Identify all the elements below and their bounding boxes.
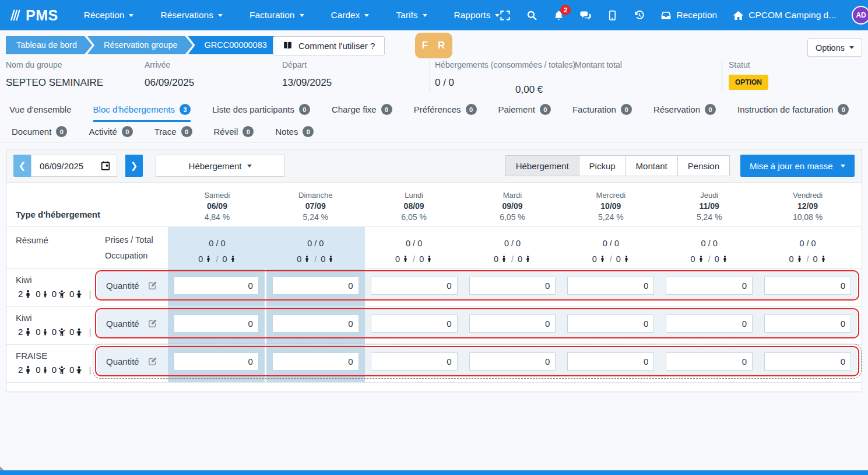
quantity-input[interactable]	[272, 277, 359, 295]
quantity-input[interactable]	[469, 352, 556, 371]
edit-icon[interactable]	[147, 319, 157, 329]
quantity-input[interactable]	[567, 315, 654, 333]
person-icon	[426, 255, 433, 263]
quantity-input[interactable]	[174, 352, 259, 371]
day-column-header: Mercredi10/095,24 %	[561, 183, 660, 226]
language-badge[interactable]: F R	[415, 33, 452, 58]
nav-item-reception[interactable]: Réception	[84, 10, 134, 20]
nav-item-tarifs[interactable]: Tarifs	[396, 10, 427, 20]
occupation-value: 0/0	[789, 251, 826, 267]
chevron-down-icon	[247, 165, 252, 170]
options-button[interactable]: Options	[807, 39, 862, 57]
date-input[interactable]	[40, 161, 100, 171]
tab-label: Activité	[89, 127, 117, 137]
tab-participants-list[interactable]: Liste des participants0	[212, 104, 310, 122]
teen-icon	[58, 328, 66, 336]
app-logo[interactable]: PMS	[9, 7, 58, 24]
quantity-input[interactable]	[469, 277, 556, 295]
tab-label: Préférences	[414, 104, 461, 114]
bell-icon[interactable]: 2	[553, 10, 564, 21]
nav-item-facturation[interactable]: Facturation	[249, 10, 304, 20]
prises-total-label: Prises / Total	[105, 235, 168, 251]
table-header-row: Type d'hébergement Samedi06/094,84 % Dim…	[6, 183, 862, 227]
segment-pension[interactable]: Pension	[677, 155, 730, 176]
tab-count-badge: 0	[181, 126, 192, 137]
segment-montant[interactable]: Montant	[625, 155, 678, 176]
segment-hebergement[interactable]: Hébergement	[505, 155, 579, 176]
nav-item-reservations[interactable]: Réservations	[160, 10, 222, 20]
property-shortcut[interactable]: CPCOM Camping d...	[733, 10, 836, 21]
quantity-input[interactable]	[666, 315, 753, 333]
reception-shortcut[interactable]: Reception	[660, 10, 717, 21]
edit-icon[interactable]	[147, 281, 157, 291]
adult-icon	[24, 365, 32, 374]
quantity-input[interactable]	[764, 277, 851, 295]
chevron-down-icon	[495, 14, 500, 19]
avatar[interactable]: AD	[852, 6, 868, 25]
table-bottom-spacer	[6, 383, 862, 392]
breadcrumb: Tableau de bord Réservation groupe GRCC0…	[6, 36, 282, 54]
quantity-input[interactable]	[371, 315, 458, 333]
history-icon[interactable]	[634, 10, 645, 21]
tab-fixed-charge[interactable]: Charge fixe0	[332, 104, 392, 122]
fullscreen-icon[interactable]	[500, 10, 511, 21]
segment-pickup[interactable]: Pickup	[579, 155, 626, 176]
tab-payment[interactable]: Paiement0	[498, 104, 551, 122]
summary-label: Résumé	[6, 227, 97, 268]
bulk-update-button[interactable]: Mise à jour en masse	[740, 155, 855, 177]
breadcrumb-item-dashboard[interactable]: Tableau de bord	[6, 36, 92, 54]
brand-text: PMS	[26, 7, 58, 24]
accommodation-name: FRAISE	[16, 351, 97, 361]
search-icon[interactable]	[526, 10, 537, 21]
day-column-header: Jeudi11/095,24 %	[660, 183, 758, 226]
quantity-input[interactable]	[371, 352, 458, 371]
chat-icon[interactable]	[580, 10, 591, 21]
quantity-input[interactable]	[272, 315, 359, 333]
tab-count-badge: 0	[540, 104, 551, 115]
baby-icon	[75, 290, 83, 298]
nav-item-cardex[interactable]: Cardex	[331, 10, 370, 20]
inbox-icon	[660, 10, 672, 21]
tab-preferences[interactable]: Préférences0	[414, 104, 477, 122]
quantity-input[interactable]	[567, 277, 654, 295]
help-button[interactable]: Comment l'utiliser ?	[273, 36, 385, 55]
quantity-input[interactable]	[764, 315, 851, 333]
view-select-dropdown[interactable]: Hébergement	[156, 155, 285, 177]
day-column-header: Vendredi12/0910,08 %	[758, 183, 857, 226]
prises-value: 0 / 0	[603, 235, 619, 251]
tab-count-badge: 0	[243, 126, 254, 137]
tab-count-badge: 0	[122, 126, 133, 137]
tab-reservation[interactable]: Réservation0	[653, 104, 716, 122]
quantity-input[interactable]	[174, 315, 259, 333]
quantity-input[interactable]	[469, 315, 556, 333]
tab-billing[interactable]: Facturation0	[572, 104, 632, 122]
quantity-input[interactable]	[371, 277, 458, 295]
status-badge: OPTION	[729, 75, 768, 90]
group-name-value: SEPTEO SEMINAIRE	[6, 77, 103, 89]
accommodation-name-cell: Kiwi 2 0 0 0 |	[6, 307, 97, 344]
nav-item-rapports[interactable]: Rapports	[454, 10, 500, 20]
previous-date-button[interactable]: ❮	[13, 155, 31, 177]
quantity-input[interactable]	[174, 277, 259, 295]
tab-label: Facturation	[572, 104, 616, 114]
calendar-icon[interactable]	[100, 160, 111, 171]
quantity-input[interactable]	[666, 277, 753, 295]
next-date-button[interactable]: ❯	[125, 155, 143, 177]
tablet-icon[interactable]	[607, 10, 618, 21]
view-mode-segments: Hébergement Pickup Montant Pension	[506, 155, 730, 176]
breadcrumb-item-current[interactable]: GRCC00000083	[188, 36, 282, 54]
tab-accommodation-block[interactable]: Bloc d'hébergements3	[93, 104, 191, 122]
tab-overview[interactable]: Vue d'ensemble	[9, 104, 72, 122]
quantity-input[interactable]	[272, 352, 359, 371]
type-header: Type d'hébergement	[6, 183, 168, 226]
quantity-input[interactable]	[567, 352, 654, 371]
pms-app: PMS Réception Réservations Facturation C…	[0, 0, 868, 475]
quantity-input[interactable]	[666, 352, 753, 371]
tab-billing-instruction[interactable]: Instruction de facturation0	[737, 104, 849, 122]
view-select-value: Hébergement	[189, 161, 242, 171]
prises-value: 0 / 0	[799, 235, 816, 251]
edit-icon[interactable]	[147, 357, 157, 366]
quantity-input[interactable]	[764, 352, 851, 371]
breadcrumb-item-group-reservation[interactable]: Réservation groupe	[87, 36, 193, 54]
nav-item-label: Rapports	[454, 10, 491, 20]
